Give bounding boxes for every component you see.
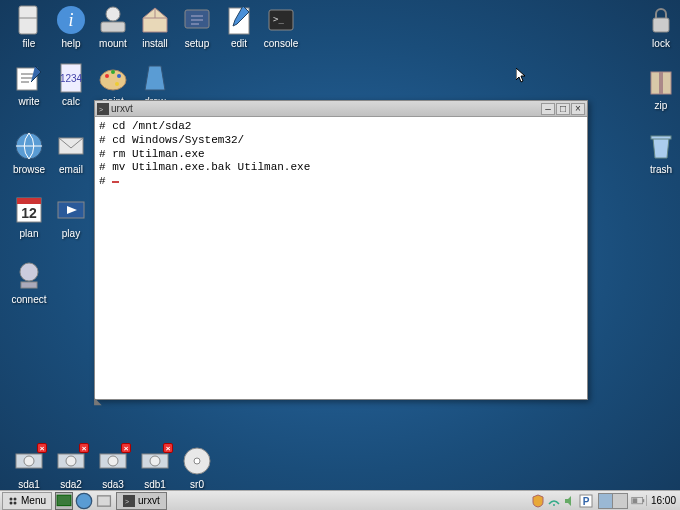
workspace-1[interactable] (599, 494, 613, 508)
desktop-icon-help[interactable]: i help (50, 4, 92, 49)
calc-icon: 1234 (55, 62, 87, 94)
svg-point-13 (105, 74, 109, 78)
tray-wifi-icon[interactable] (547, 494, 561, 508)
desktop-icon-edit[interactable]: edit (218, 4, 260, 49)
trash-icon (645, 130, 677, 162)
svg-rect-55 (633, 498, 638, 503)
mount-icon (97, 4, 129, 36)
drive-sda1[interactable]: × sda1 (8, 445, 50, 490)
svg-point-50 (553, 504, 555, 506)
edit-icon (223, 4, 255, 36)
close-button[interactable]: × (571, 103, 585, 115)
desktop-icon-label: edit (231, 38, 247, 49)
system-tray: P (528, 494, 596, 508)
workspace-switcher (598, 493, 628, 509)
svg-point-43 (10, 501, 13, 504)
plan-icon: 12 (13, 194, 45, 226)
unmounted-badge-icon: × (79, 443, 89, 453)
tray-battery-icon[interactable] (631, 494, 645, 508)
svg-point-30 (24, 456, 34, 466)
drive-icon: × (139, 445, 171, 477)
terminal-cursor (112, 181, 119, 183)
show-desktop-button[interactable] (55, 492, 73, 510)
play-icon (55, 194, 87, 226)
svg-text:i: i (68, 10, 73, 30)
svg-point-16 (115, 82, 119, 86)
write-icon (13, 62, 45, 94)
desktop-icon-label: help (62, 38, 81, 49)
window-app-icon: > (97, 103, 109, 115)
desktop-icon-plan[interactable]: 12 plan (8, 194, 50, 239)
workspace-2[interactable] (613, 494, 627, 508)
svg-text:>: > (99, 106, 103, 113)
drive-icon: × (13, 445, 45, 477)
quick-launch-files[interactable] (95, 492, 113, 510)
menu-label: Menu (21, 495, 46, 506)
drive-sda3[interactable]: × sda3 (92, 445, 134, 490)
svg-rect-47 (98, 495, 111, 505)
desktop-icon-email[interactable]: email (50, 130, 92, 175)
tray-security-icon[interactable] (531, 494, 545, 508)
desktop-icon-browse[interactable]: browse (8, 130, 50, 175)
taskbar-task-urxvt[interactable]: > urxvt (116, 492, 167, 510)
window-title: urxvt (111, 103, 540, 114)
install-icon (139, 4, 171, 36)
desktop-icon-setup[interactable]: setup (176, 4, 218, 49)
unmounted-badge-icon: × (163, 443, 173, 453)
desktop-icon-file[interactable]: file (8, 4, 50, 49)
taskbar-clock[interactable]: 16:00 (646, 495, 680, 506)
svg-point-34 (108, 456, 118, 466)
svg-rect-45 (57, 495, 71, 505)
desktop-icon-zip[interactable]: zip (640, 66, 680, 111)
svg-point-41 (10, 497, 13, 500)
desktop-icon-label: trash (650, 164, 672, 175)
desktop-icon-connect[interactable]: connect (8, 260, 50, 305)
titlebar[interactable]: > urxvt – □ × (95, 101, 587, 117)
unmounted-badge-icon: × (37, 443, 47, 453)
drive-sr0[interactable]: sr0 (176, 445, 218, 490)
desktop-icon-label: write (18, 96, 39, 107)
svg-text:>_: >_ (273, 14, 284, 24)
desktop-icon-mount[interactable]: mount (92, 4, 134, 49)
setup-icon (181, 4, 213, 36)
tray-volume-icon[interactable] (563, 494, 577, 508)
desktop-icon-label: zip (655, 100, 668, 111)
tray-parking-icon[interactable]: P (579, 494, 593, 508)
help-icon: i (55, 4, 87, 36)
resize-handle[interactable]: ◣ (94, 395, 102, 405)
desktop-icon-calc[interactable]: 1234 calc (50, 62, 92, 107)
desktop-icon-label: calc (62, 96, 80, 107)
svg-rect-3 (101, 22, 125, 32)
svg-text:>: > (125, 498, 129, 505)
desktop-icon-label: lock (652, 38, 670, 49)
desktop-icon-lock[interactable]: lock (640, 4, 680, 49)
drive-label: sda1 (18, 479, 40, 490)
svg-point-4 (106, 7, 120, 21)
svg-point-14 (111, 70, 115, 74)
unmounted-badge-icon: × (121, 443, 131, 453)
drive-sda2[interactable]: × sda2 (50, 445, 92, 490)
minimize-button[interactable]: – (541, 103, 555, 115)
svg-text:12: 12 (21, 205, 37, 221)
quick-launch-browser[interactable] (75, 492, 93, 510)
globe-icon (75, 492, 93, 510)
mouse-cursor-icon (516, 68, 528, 84)
svg-text:P: P (583, 496, 590, 507)
desktop-icon-play[interactable]: play (50, 194, 92, 239)
task-label: urxvt (138, 495, 160, 506)
drive-label: sda3 (102, 479, 124, 490)
desktop-icon-install[interactable]: install (134, 4, 176, 49)
maximize-button[interactable]: □ (556, 103, 570, 115)
connect-icon (13, 260, 45, 292)
svg-point-42 (14, 497, 17, 500)
desktop-icon-label: mount (99, 38, 127, 49)
svg-point-46 (76, 493, 91, 508)
drive-sdb1[interactable]: × sdb1 (134, 445, 176, 490)
terminal-window[interactable]: > urxvt – □ × # cd /mnt/sda2 # cd Window… (94, 100, 588, 400)
svg-point-44 (14, 501, 17, 504)
desktop-icon-console[interactable]: >_ console (260, 4, 302, 49)
desktop-icon-write[interactable]: write (8, 62, 50, 107)
terminal-body[interactable]: # cd /mnt/sda2 # cd Windows/System32/ # … (95, 117, 587, 399)
menu-button[interactable]: Menu (2, 492, 52, 510)
desktop-icon-trash[interactable]: trash (640, 130, 680, 175)
